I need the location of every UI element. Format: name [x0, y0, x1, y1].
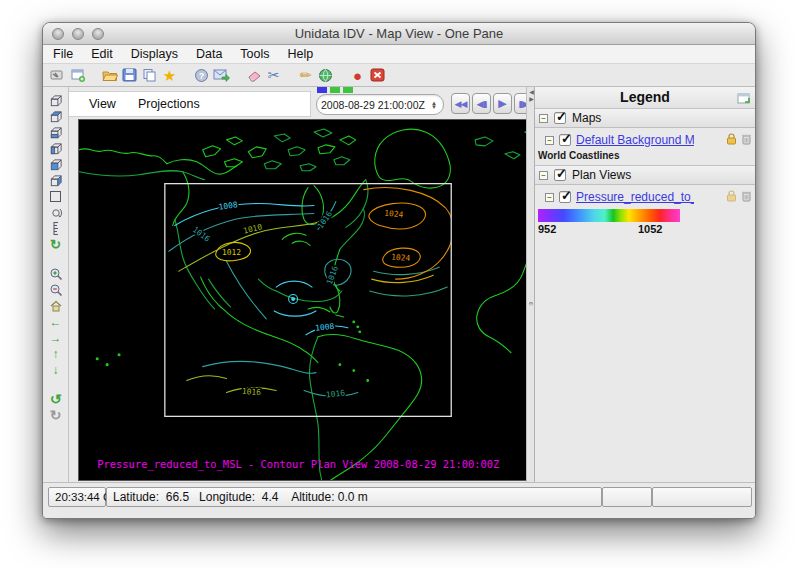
edit-pencil-icon[interactable]: ✏: [297, 67, 314, 84]
time-value: 2008-08-29 21:00:00Z: [317, 99, 429, 111]
step-back-button[interactable]: ◀▮: [472, 93, 491, 114]
menu-edit[interactable]: Edit: [91, 47, 113, 61]
globe-icon[interactable]: [317, 67, 334, 84]
collapse-background-maps-icon[interactable]: −: [545, 136, 554, 145]
right-view-cube-icon[interactable]: [47, 157, 65, 172]
menu-file[interactable]: File: [53, 47, 73, 61]
coastlines: [79, 129, 546, 480]
legend-item-background-maps: − ✓ Default Background Maps: [535, 130, 755, 150]
zoom-in-icon[interactable]: [47, 266, 65, 281]
statusbar: 20:33:44 GMT Latitude: 66.5 Longitude: 4…: [43, 482, 755, 518]
skip-to-start-button[interactable]: ◀◀: [451, 93, 470, 114]
window-title: Unidata IDV - Map View - One Pane: [43, 26, 755, 41]
svg-text:?: ?: [199, 70, 205, 80]
titlebar[interactable]: Unidata IDV - Map View - One Pane: [43, 23, 755, 45]
legend-header: Legend: [535, 87, 755, 109]
eraser-icon[interactable]: [245, 67, 262, 84]
exit-icon[interactable]: [369, 67, 386, 84]
lock-icon[interactable]: [725, 188, 738, 206]
cursor-position-readout: Latitude: 66.5 Longitude: 4.4 Altitude: …: [106, 487, 602, 507]
help-icon[interactable]: ?: [193, 67, 210, 84]
float-legend-icon[interactable]: [737, 91, 751, 109]
splitter-handle[interactable]: [529, 302, 533, 306]
status-box-empty-2: [652, 487, 752, 507]
pressure-colorbar[interactable]: [538, 209, 680, 222]
stepper-down-icon: ▼: [431, 105, 437, 109]
menu-displays[interactable]: Displays: [131, 47, 178, 61]
menu-tools[interactable]: Tools: [240, 47, 269, 61]
pressure-visibility-checkbox[interactable]: ✓: [559, 191, 571, 203]
memory-square-green2: [343, 87, 353, 93]
background-maps-link[interactable]: Default Background Maps: [576, 133, 694, 147]
map-caption: Pressure_reduced_to_MSL - Contour Plan V…: [97, 458, 499, 471]
maps-visibility-checkbox[interactable]: ✓: [554, 112, 566, 124]
record-icon[interactable]: ●: [349, 67, 366, 84]
left-view-cube-icon[interactable]: [47, 141, 65, 156]
undo-icon[interactable]: ↺: [47, 391, 65, 406]
auto-rotate-icon[interactable]: ↻: [47, 237, 65, 252]
show-dashboard-icon[interactable]: [49, 67, 66, 84]
contour-label: 1016: [316, 209, 334, 230]
legend-panel: Legend − ✓ Maps − ✓ Default Background M…: [535, 87, 755, 482]
app-window: Unidata IDV - Map View - One Pane File E…: [42, 22, 756, 519]
legend-sublayer: World Coastlines: [535, 150, 755, 164]
delete-icon[interactable]: [741, 131, 752, 149]
view-toolbar: ↻ ← → ↑ ↓ ↺ ↻: [43, 87, 69, 482]
clock-readout: 20:33:44 GMT: [48, 487, 106, 507]
contour-label: 1016: [242, 387, 262, 397]
panel-splitter[interactable]: ◀ ▶: [526, 87, 535, 482]
pressure-display-link[interactable]: Pressure_reduced_to_M...: [576, 190, 694, 204]
background-maps-checkbox[interactable]: ✓: [559, 134, 571, 146]
lock-icon[interactable]: [725, 131, 738, 149]
zoom-out-icon[interactable]: [47, 282, 65, 297]
play-button[interactable]: ▶: [493, 93, 512, 114]
cut-icon[interactable]: ✂: [265, 67, 282, 84]
perspective-view-cube-icon[interactable]: [47, 93, 65, 108]
bottom-view-cube-icon[interactable]: [47, 125, 65, 140]
collapse-maps-icon[interactable]: −: [539, 114, 548, 123]
open-file-icon[interactable]: [101, 67, 118, 84]
menu-data[interactable]: Data: [196, 47, 222, 61]
contour-label: 1010: [242, 222, 263, 235]
support-mail-icon[interactable]: [213, 67, 230, 84]
content-area: ↻ ← → ↑ ↓ ↺ ↻ View Projections: [43, 87, 755, 482]
status-box-empty-1: [602, 487, 652, 507]
redo-icon[interactable]: ↻: [47, 407, 65, 422]
plan-views-visibility-checkbox[interactable]: ✓: [554, 169, 566, 181]
copy-icon[interactable]: [141, 67, 158, 84]
top-view-cube-icon[interactable]: [47, 109, 65, 124]
colorbar-max-label: 1052: [638, 223, 662, 235]
favorites-star-icon[interactable]: ★: [161, 67, 178, 84]
collapse-plan-views-icon[interactable]: −: [539, 171, 548, 180]
set-bounds-box-icon[interactable]: [47, 189, 65, 204]
splitter-collapse-right-icon[interactable]: ▶: [529, 96, 534, 103]
map-display[interactable]: 1008101610101012101610241024100810161016…: [78, 119, 550, 481]
home-view-icon[interactable]: [47, 298, 65, 313]
rotate-view-icon[interactable]: [47, 205, 65, 220]
time-stepper[interactable]: ▲ ▼: [429, 101, 443, 109]
pan-left-icon[interactable]: ←: [47, 314, 65, 329]
contour-label: 1016: [325, 265, 340, 286]
map-view-panel: View Projections 2008-08-29 21:00:00Z ▲ …: [69, 87, 552, 482]
save-icon[interactable]: [121, 67, 138, 84]
pan-up-icon[interactable]: ↑: [47, 346, 65, 361]
front-view-cube-icon[interactable]: [47, 173, 65, 188]
menu-projections[interactable]: Projections: [138, 97, 200, 111]
time-selector[interactable]: 2008-08-29 21:00:00Z ▲ ▼: [316, 94, 444, 115]
memory-square-green1: [330, 87, 340, 93]
contour-label: 1012: [222, 248, 241, 257]
legend-group-plan-views: − ✓ Plan Views: [535, 166, 755, 185]
vertical-scale-ruler-icon[interactable]: [47, 221, 65, 236]
contour-label: 1016: [326, 388, 346, 399]
menu-view[interactable]: View: [89, 97, 116, 111]
delete-icon[interactable]: [741, 188, 752, 206]
pan-down-icon[interactable]: ↓: [47, 362, 65, 377]
legend-item-pressure: − ✓ Pressure_reduced_to_M...: [535, 187, 755, 207]
new-window-icon[interactable]: [69, 67, 86, 84]
plan-views-group-label: Plan Views: [572, 168, 631, 182]
menu-help[interactable]: Help: [288, 47, 314, 61]
colorbar-min-label: 952: [538, 223, 556, 235]
collapse-pressure-icon[interactable]: −: [545, 193, 554, 202]
pan-right-icon[interactable]: →: [47, 330, 65, 345]
splitter-collapse-left-icon[interactable]: ◀: [529, 89, 534, 96]
